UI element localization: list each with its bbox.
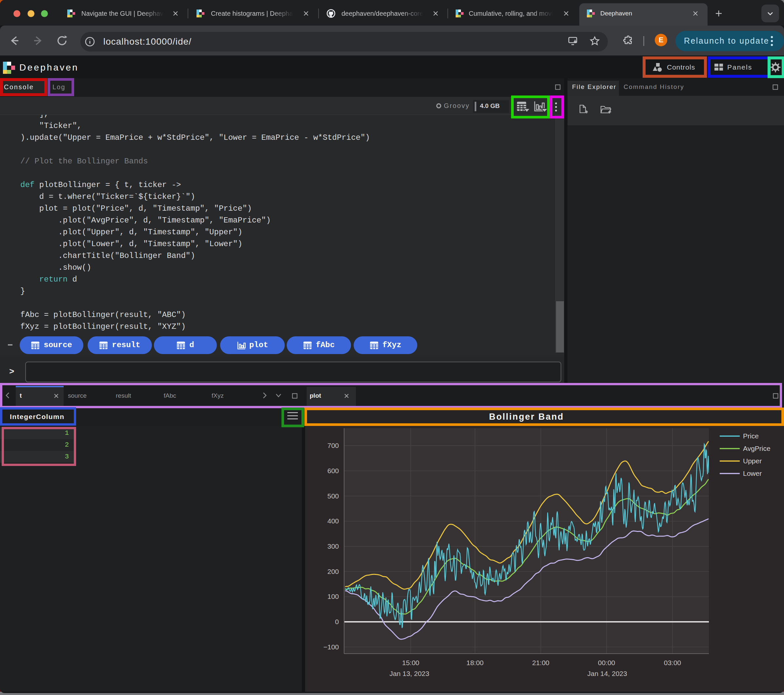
svg-text:15:00: 15:00 <box>402 659 420 667</box>
svg-text:Upper: Upper <box>743 457 762 465</box>
svg-text:03:00: 03:00 <box>664 659 681 667</box>
svg-text:100: 100 <box>328 593 339 600</box>
svg-text:300: 300 <box>328 542 339 550</box>
svg-text:Price: Price <box>743 432 759 440</box>
svg-text:0: 0 <box>335 618 339 626</box>
svg-text:−100: −100 <box>323 643 339 651</box>
svg-text:Lower: Lower <box>743 470 762 477</box>
svg-text:600: 600 <box>328 467 339 474</box>
svg-text:500: 500 <box>328 492 339 500</box>
svg-text:18:00: 18:00 <box>466 659 484 667</box>
svg-text:400: 400 <box>328 517 339 525</box>
svg-text:700: 700 <box>328 442 339 449</box>
svg-text:AvgPrice: AvgPrice <box>743 445 771 452</box>
svg-text:00:00: 00:00 <box>598 659 615 667</box>
svg-text:Jan 13, 2023: Jan 13, 2023 <box>389 670 429 677</box>
svg-text:Jan 14, 2023: Jan 14, 2023 <box>587 670 627 677</box>
svg-text:21:00: 21:00 <box>532 659 550 667</box>
svg-text:200: 200 <box>328 568 339 575</box>
